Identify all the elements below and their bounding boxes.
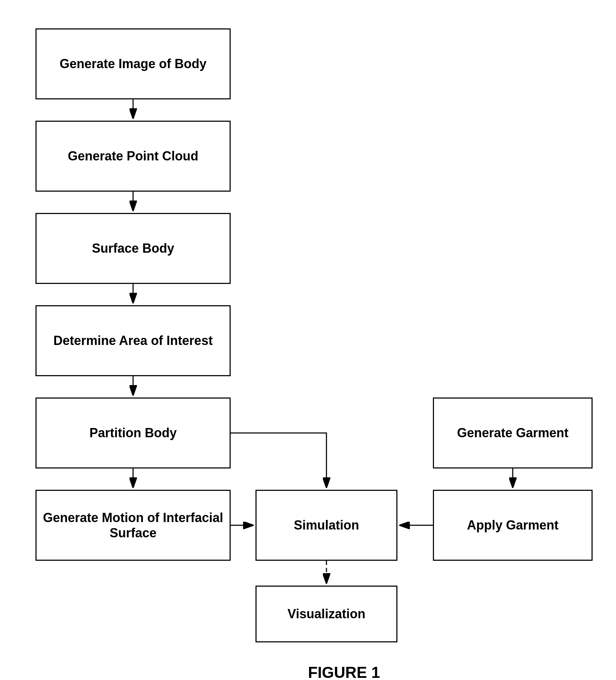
simulation-box: Simulation [255, 490, 397, 561]
diagram-container: Generate Image of Body Generate Point Cl… [0, 0, 616, 680]
generate-garment-label: Generate Garment [457, 425, 568, 440]
surface-body-label: Surface Body [92, 241, 174, 256]
partition-body-label: Partition Body [89, 425, 177, 440]
generate-image-box: Generate Image of Body [35, 28, 231, 99]
generate-garment-box: Generate Garment [433, 397, 593, 468]
determine-area-label: Determine Area of Interest [54, 333, 213, 348]
generate-motion-box: Generate Motion of Interfacial Surface [35, 490, 231, 561]
visualization-box: Visualization [255, 586, 397, 642]
generate-motion-label: Generate Motion of Interfacial Surface [42, 510, 224, 541]
visualization-label: Visualization [287, 606, 365, 621]
partition-body-box: Partition Body [35, 397, 231, 468]
generate-point-cloud-label: Generate Point Cloud [68, 148, 198, 164]
simulation-label: Simulation [294, 517, 359, 533]
determine-area-box: Determine Area of Interest [35, 305, 231, 376]
apply-garment-label: Apply Garment [467, 517, 559, 533]
apply-garment-box: Apply Garment [433, 490, 593, 561]
surface-body-box: Surface Body [35, 213, 231, 284]
generate-image-label: Generate Image of Body [60, 56, 207, 71]
figure-label: FIGURE 1 [308, 664, 380, 680]
generate-point-cloud-box: Generate Point Cloud [35, 121, 231, 192]
